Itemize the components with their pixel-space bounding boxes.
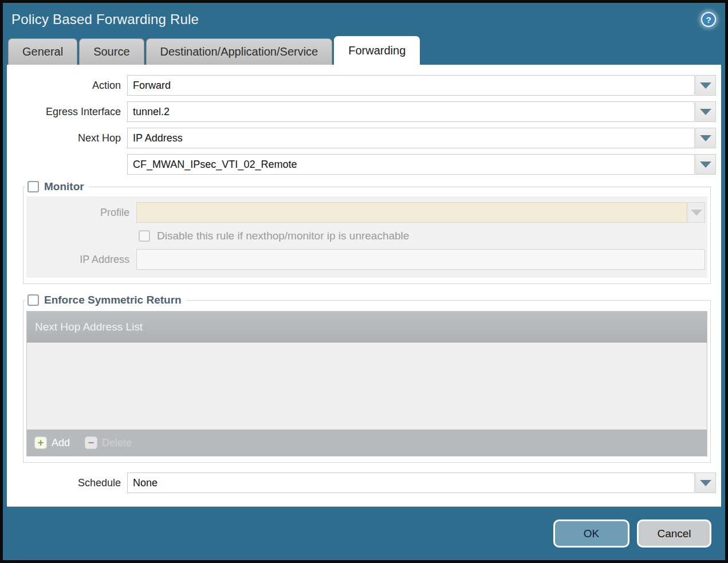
action-dropdown-button[interactable] [695, 75, 716, 96]
tab-general[interactable]: General [8, 38, 77, 65]
enforce-symmetric-return-fieldset: Enforce Symmetric Return Next Hop Addres… [23, 294, 711, 463]
monitor-fieldset: Monitor Profile Disable this rule if nex… [23, 180, 711, 284]
next-hop-address-dropdown-button[interactable] [695, 154, 716, 175]
tab-bar: General Source Destination/Application/S… [3, 36, 725, 65]
dialog-window: Policy Based Forwarding Rule ? General S… [0, 0, 728, 563]
disable-rule-checkbox [139, 230, 150, 242]
enforce-symmetric-return-legend-label: Enforce Symmetric Return [44, 294, 182, 306]
schedule-select[interactable] [127, 473, 695, 493]
monitor-panel: Profile Disable this rule if nexthop/mon… [26, 196, 707, 278]
monitor-ip-address-label: IP Address [26, 254, 136, 266]
chevron-down-icon [691, 210, 702, 216]
add-button-label: Add [52, 437, 70, 449]
action-select[interactable] [127, 75, 695, 96]
next-hop-address-list-header: Next Hop Address List [27, 312, 707, 342]
chevron-down-icon [700, 135, 711, 141]
schedule-dropdown-button[interactable] [695, 473, 716, 493]
dialog-frame: Policy Based Forwarding Rule ? General S… [3, 3, 725, 560]
monitor-ip-address-input [136, 249, 705, 270]
egress-interface-dropdown-button[interactable] [695, 101, 716, 122]
next-hop-row: Next Hop [7, 128, 716, 148]
enforce-symmetric-return-checkbox[interactable] [27, 294, 39, 306]
disable-rule-row: Disable this rule if nexthop/monitor ip … [139, 230, 707, 242]
disable-rule-label: Disable this rule if nexthop/monitor ip … [157, 230, 409, 242]
cancel-button[interactable]: Cancel [637, 519, 711, 548]
chevron-down-icon [700, 480, 711, 486]
delete-button-label: Delete [102, 437, 132, 449]
schedule-label: Schedule [7, 477, 127, 489]
ok-button[interactable]: OK [553, 519, 629, 548]
dialog-footer: OK Cancel [3, 507, 725, 560]
action-label: Action [7, 80, 127, 92]
egress-interface-select[interactable] [127, 101, 695, 122]
monitor-checkbox[interactable] [27, 181, 39, 192]
profile-label: Profile [26, 207, 136, 219]
minus-icon: − [85, 436, 97, 449]
add-button[interactable]: + Add [34, 436, 70, 449]
chevron-down-icon [700, 109, 711, 115]
tab-destination-application-service[interactable]: Destination/Application/Service [146, 38, 333, 65]
next-hop-address-table: Next Hop Address List + Add − Delete [26, 311, 707, 456]
tab-content: Action Egress Interface Next Hop [7, 65, 721, 507]
next-hop-address-select[interactable] [127, 154, 695, 175]
monitor-legend-label: Monitor [44, 180, 84, 193]
action-row: Action [7, 75, 716, 96]
plus-icon: + [34, 436, 47, 449]
next-hop-label: Next Hop [7, 132, 127, 144]
egress-interface-row: Egress Interface [7, 101, 716, 122]
profile-select [136, 202, 687, 223]
next-hop-address-table-toolbar: + Add − Delete [27, 430, 707, 456]
profile-row: Profile [26, 202, 705, 223]
tab-forwarding[interactable]: Forwarding [334, 36, 420, 65]
next-hop-address-list-body[interactable] [27, 342, 707, 430]
profile-dropdown-button [687, 202, 705, 223]
monitor-legend: Monitor [25, 180, 89, 193]
dialog-title: Policy Based Forwarding Rule [11, 11, 199, 27]
schedule-row: Schedule [7, 473, 716, 493]
next-hop-dropdown-button[interactable] [695, 128, 716, 148]
enforce-symmetric-return-legend: Enforce Symmetric Return [25, 294, 186, 306]
title-bar: Policy Based Forwarding Rule ? [3, 3, 725, 36]
next-hop-type-select[interactable] [127, 128, 695, 148]
egress-interface-label: Egress Interface [7, 106, 127, 118]
next-hop-address-row [7, 154, 716, 175]
delete-button: − Delete [85, 436, 132, 449]
monitor-ip-address-row: IP Address [26, 249, 705, 270]
tab-source[interactable]: Source [79, 38, 144, 65]
chevron-down-icon [700, 82, 711, 89]
help-icon[interactable]: ? [701, 12, 716, 27]
chevron-down-icon [700, 162, 711, 168]
